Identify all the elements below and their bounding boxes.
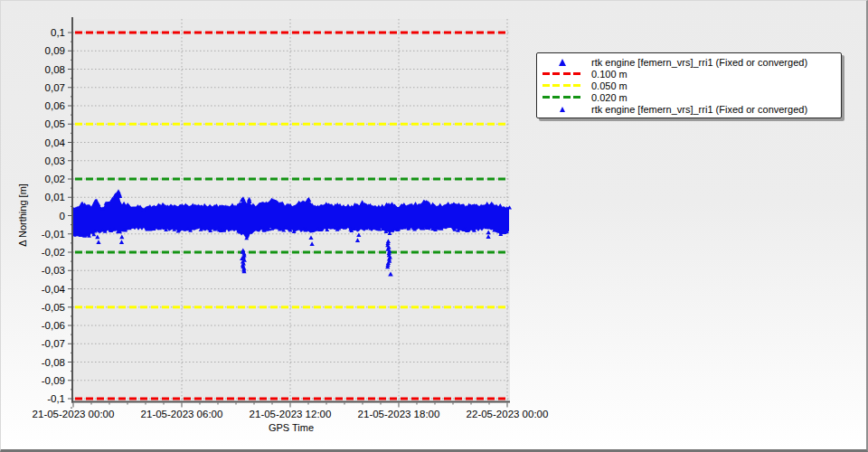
y-tick-label: -0,09 <box>42 375 65 386</box>
legend-item-label: 0.050 m <box>591 80 627 91</box>
y-tick-label: -0,01 <box>42 229 65 240</box>
chart-panel: 0,10,090,080,070,060,050,040,030,020,010… <box>0 0 868 452</box>
x-tick-label: 21-05-2023 18:00 <box>358 409 440 419</box>
legend-triangle-swatch <box>541 107 584 112</box>
x-tick-label: 22-05-2023 00:00 <box>467 409 549 419</box>
legend-item-label: rtk engine [femern_vrs]_rri1 (Fixed or c… <box>591 104 807 115</box>
dashed-line-icon <box>542 84 582 87</box>
legend-item-label: 0.100 m <box>591 69 627 80</box>
y-tick-label: 0,03 <box>45 155 65 166</box>
y-tick-label: -0,03 <box>42 265 65 276</box>
legend-item: rtk engine [femern_vrs]_rri1 (Fixed or c… <box>541 103 837 115</box>
y-tick-label: -0,1 <box>47 393 65 404</box>
y-tick-label: -0,08 <box>42 357 65 368</box>
y-tick-label: 0,01 <box>45 192 65 202</box>
y-tick-label: 0,08 <box>45 64 65 75</box>
y-tick-label: -0,04 <box>42 284 66 295</box>
x-tick-label: 21-05-2023 00:00 <box>33 409 115 419</box>
x-tick-label: 21-05-2023 12:00 <box>250 409 332 419</box>
y-tick-label: -0,02 <box>42 247 65 258</box>
legend-item: 0.050 m <box>541 80 837 91</box>
y-tick-label: 0,1 <box>51 27 65 38</box>
y-tick-label: -0,06 <box>42 320 65 331</box>
dashed-line-icon <box>542 96 582 99</box>
y-tick-label: 0,06 <box>45 100 65 111</box>
y-axis-title: Δ Northing [m] <box>14 143 31 287</box>
y-tick-label: 0,05 <box>45 118 65 129</box>
legend-item-label: 0.020 m <box>591 92 627 103</box>
y-tick-label: 0 <box>60 211 65 221</box>
y-tick-label: -0,05 <box>42 302 65 313</box>
legend-item-label: rtk engine [femern_vrs]_rri1 (Fixed or c… <box>591 57 807 68</box>
legend-triangle-swatch <box>541 59 584 66</box>
y-tick-label: -0,07 <box>42 338 65 349</box>
triangle-marker-icon <box>559 59 566 66</box>
legend-dashed-line-swatch <box>541 84 584 87</box>
legend-item: rtk engine [femern_vrs]_rri1 (Fixed or c… <box>541 56 837 68</box>
legend-item: 0.100 m <box>541 68 837 80</box>
y-tick-label: 0,09 <box>45 45 65 56</box>
triangle-marker-icon <box>560 107 565 112</box>
x-axis-title: GPS Time <box>201 422 382 433</box>
legend: rtk engine [femern_vrs]_rri1 (Fixed or c… <box>536 52 842 118</box>
y-tick-label: 0,07 <box>45 82 65 93</box>
legend-item: 0.020 m <box>541 91 837 103</box>
y-tick-label: 0,02 <box>45 174 65 184</box>
x-tick-label: 21-05-2023 06:00 <box>141 409 223 419</box>
dashed-line-icon <box>542 72 582 75</box>
y-tick-label: 0,04 <box>45 137 66 148</box>
legend-dashed-line-swatch <box>541 72 584 75</box>
legend-dashed-line-swatch <box>541 96 584 99</box>
